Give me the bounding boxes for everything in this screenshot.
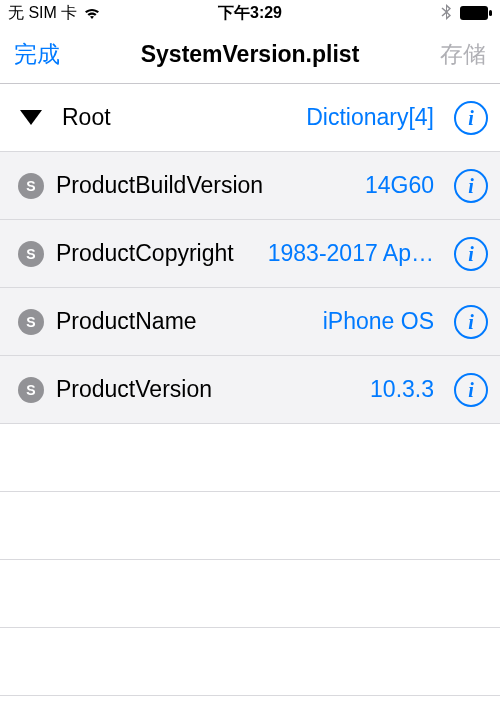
string-type-badge: S [18,309,44,335]
info-icon[interactable]: i [454,169,488,203]
wifi-icon [83,6,101,20]
row-key: ProductVersion [56,376,212,403]
row-value: 10.3.3 [370,376,434,403]
row-value: iPhone OS [323,308,434,335]
string-type-badge: S [18,241,44,267]
table-row[interactable]: S ProductBuildVersion 14G60 i [0,152,500,220]
svg-rect-1 [489,10,492,16]
root-key: Root [62,104,111,131]
table-row[interactable]: S ProductName iPhone OS i [0,288,500,356]
plist-table: Root Dictionary[4] i S ProductBuildVersi… [0,84,500,424]
nav-bar: 完成 SystemVersion.plist 存储 [0,26,500,84]
table-row[interactable]: S ProductCopyright 1983-2017 Ap… i [0,220,500,288]
save-button[interactable]: 存储 [368,39,486,70]
row-key: ProductCopyright [56,240,234,267]
done-button[interactable]: 完成 [14,39,132,70]
empty-area [0,424,500,696]
root-row[interactable]: Root Dictionary[4] i [0,84,500,152]
carrier-text: 无 SIM 卡 [8,3,77,24]
status-time: 下午3:29 [218,3,282,24]
info-icon[interactable]: i [454,237,488,271]
info-icon[interactable]: i [454,101,488,135]
table-row[interactable]: S ProductVersion 10.3.3 i [0,356,500,424]
bluetooth-icon [441,4,452,22]
root-value: Dictionary[4] [306,104,434,131]
battery-icon [460,6,492,20]
svg-rect-0 [460,6,488,20]
string-type-badge: S [18,173,44,199]
status-bar: 无 SIM 卡 下午3:29 [0,0,500,26]
row-value: 1983-2017 Ap… [268,240,434,267]
row-key: ProductBuildVersion [56,172,263,199]
info-icon[interactable]: i [454,305,488,339]
disclosure-triangle-icon[interactable] [20,110,42,125]
row-value: 14G60 [365,172,434,199]
row-key: ProductName [56,308,197,335]
info-icon[interactable]: i [454,373,488,407]
string-type-badge: S [18,377,44,403]
page-title: SystemVersion.plist [132,41,368,68]
